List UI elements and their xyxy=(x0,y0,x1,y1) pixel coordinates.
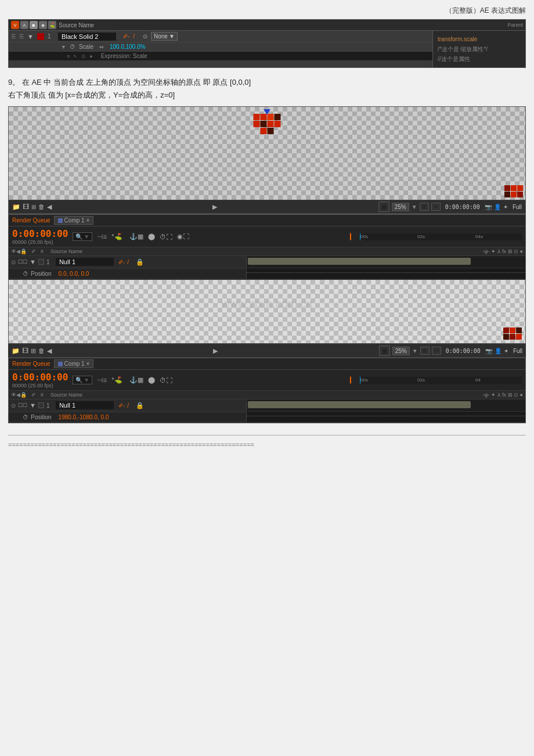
tl-control-2a[interactable]: ⊣≡ xyxy=(97,376,107,384)
annotation9: 9。 在 AE 中 当前合成 左上角的顶点 为空间坐标轴的原点 即 原点 [0,… xyxy=(8,76,526,102)
panel-header: V A ■ ◆ ⛳ Source Name Parent xyxy=(9,20,525,31)
zoom-dropdown-1b[interactable]: ▼ xyxy=(412,348,418,354)
expression-row: ≡ ↖ ⊙ ● Expression: Scale xyxy=(9,52,432,60)
tl-control-5[interactable]: ⏱⛶ xyxy=(160,233,172,240)
zoom-percent-1b[interactable]: 25% xyxy=(392,347,410,355)
panel-left: ☰ ☰ ▼ 1 Black Solid 2 ✐- / ⊙ None ▼ xyxy=(9,31,432,67)
comp-tab-1[interactable]: Comp 1 × xyxy=(54,216,94,225)
prop-timeline-2 xyxy=(247,416,525,416)
film-icon: 🎞 xyxy=(23,203,29,210)
zoom-percent-1[interactable]: 25% xyxy=(392,203,409,211)
full-label-1b: Full xyxy=(513,348,522,354)
edit-btn-1: ✐- xyxy=(118,259,125,265)
tl-indicator-2: ▎ xyxy=(350,377,355,383)
position-label-1: Position xyxy=(31,271,52,277)
comp-toolbar-1: 📁 🎞 ⊞ 🗑 ◀ ▶ ▣ 25% ▼ ⊞ ⇔ 0:00:00:00 📷 👤 ✦… xyxy=(9,200,525,214)
viewer-icon: ▣ xyxy=(378,201,389,212)
transform-comment1: transform.scale xyxy=(438,34,521,44)
timeline-panel-2: Render Queue Comp 1 × 0:00:00:00 00000 (… xyxy=(8,358,526,423)
timecode-display-1: 0:00:00:00 00000 (25.00 fps) xyxy=(12,228,68,245)
search-area-2[interactable]: 🔍 ▼ xyxy=(73,376,92,384)
tl-prop-left-1: ⏱ Position 0.0, 0.0, 0.0 xyxy=(9,269,247,278)
edit-icon: ✐- xyxy=(123,33,129,39)
tl-timecode-row-1: 0:00:00:00 00000 (25.00 fps) 🔍 ▼ ⊣≡ *⛳ ⚓… xyxy=(9,226,525,247)
grid-btn-1b: ⊞ xyxy=(420,347,430,355)
page-wrapper: （完整版）AE 表达式图解 V A ■ ◆ ⛳ Source Name Pare… xyxy=(0,0,534,459)
position-value-2: 1980.0,-1080.0, 0.0 xyxy=(59,414,109,420)
prev-icon-1b[interactable]: ◀ xyxy=(47,347,52,355)
stopwatch-icon-2: ⏱ xyxy=(23,414,28,420)
tl-prop-row-1: ⏱ Position 0.0, 0.0, 0.0 xyxy=(9,268,525,279)
folder-icon-1b: 📁 xyxy=(12,347,20,355)
icon-d: ⛳ xyxy=(48,21,56,29)
tl-control-6[interactable]: ◉⛶ xyxy=(177,233,189,240)
layer-name-null2: Null 1 xyxy=(56,401,114,409)
watermark-bottom-1: www.zixin.com.cn xyxy=(221,297,313,311)
grid-btn: ⊞ xyxy=(420,203,429,211)
edit-btn-2: ✐- xyxy=(118,402,125,409)
comp-color-1 xyxy=(58,218,63,223)
canvas-1: www.zixin.com.cn xyxy=(9,107,525,200)
eye-icon-2: ⊙ xyxy=(11,402,16,409)
tl-control-2b[interactable]: *⛳ xyxy=(111,376,122,384)
person-icon: 👤 xyxy=(494,204,501,210)
tl-control-2d[interactable]: ⬤ xyxy=(148,376,155,384)
slash-icon: / xyxy=(133,33,135,39)
expression-label: Expression: Scale xyxy=(101,53,147,59)
play-icon[interactable]: ▶ xyxy=(212,203,217,211)
layer-name: Black Solid 2 xyxy=(58,33,116,41)
lock-icon-2: 🔒 xyxy=(136,402,144,409)
dropdown-icon-1[interactable]: ▼ xyxy=(30,258,36,265)
layer-name-null1: Null 1 xyxy=(56,258,114,266)
layer-color-null2 xyxy=(38,402,44,408)
tl-layer-right-2 xyxy=(247,399,525,411)
camera-icon-1b: 📷 xyxy=(485,348,492,354)
ruler-mark-02s-1: 02s xyxy=(417,234,425,239)
tl-control-3[interactable]: ⚓▦ xyxy=(129,233,143,240)
comp-tab-2[interactable]: Comp 1 × xyxy=(54,359,94,368)
tl-ruler-area-1: 00s 02s 04s xyxy=(359,233,522,240)
tl-ruler-area-2: 00s 02s 04 xyxy=(359,377,522,384)
ruler-mark-04-2: 04 xyxy=(475,377,481,383)
tl-prop-right-2 xyxy=(247,412,525,422)
red-squares-bottom-1 xyxy=(503,327,522,340)
tl-control-2c[interactable]: ⚓▦ xyxy=(129,376,143,384)
position-label-2: Position xyxy=(31,414,52,420)
tl-control-2e[interactable]: ⏱⛶ xyxy=(160,377,172,384)
tl-control-4[interactable]: ⬤ xyxy=(148,233,155,240)
tl-control-1[interactable]: ⊣≡ xyxy=(97,233,107,241)
parent-label: Parent xyxy=(507,22,523,28)
slash-1: / xyxy=(127,259,129,265)
full-label-1: Full xyxy=(513,204,522,210)
transform-comment3: //这个是属性 xyxy=(438,54,521,64)
tl-timecode-row-2: 0:00:00:00 00000 (25.00 fps) 🔍 ▼ ⊣≡ *⛳ ⚓… xyxy=(9,370,525,391)
ae-scale-panel: V A ■ ◆ ⛳ Source Name Parent ☰ ☰ ▼ 1 Bla… xyxy=(8,19,526,68)
render-queue-label-1: Render Queue xyxy=(12,217,50,224)
tl-layer-left-2: ⊙ ☐☐ ▼ 1 Null 1 ✐- / 🔒 xyxy=(9,400,247,411)
tl-prop-right-1 xyxy=(247,268,525,279)
tl-layer-row-2: ⊙ ☐☐ ▼ 1 Null 1 ✐- / 🔒 xyxy=(9,399,525,412)
annotation9-line1: 9。 在 AE 中 当前合成 左上角的顶点 为空间坐标轴的原点 即 原点 [0,… xyxy=(8,76,526,89)
triangle-icon: ▼ xyxy=(27,33,34,40)
tl-prop-row-2: ⏱ Position 1980.0,-1080.0, 0.0 xyxy=(9,412,525,423)
timecode-1b: 0:00:00:00 xyxy=(446,348,481,354)
tl-control-2[interactable]: *⛳ xyxy=(111,233,122,240)
zoom-dropdown-1[interactable]: ▼ xyxy=(412,204,417,210)
annotation9-line2: 右下角顶点 值为 [x=合成的宽，Y=合成的高，z=0] xyxy=(8,89,526,102)
tl-header-1: Render Queue Comp 1 × xyxy=(9,215,525,226)
layer-bar-1 xyxy=(248,258,471,265)
layer-controls-row-2: ☐☐ xyxy=(18,402,27,408)
play-icon-1b[interactable]: ▶ xyxy=(213,347,218,355)
parent-dropdown[interactable]: None ▼ xyxy=(151,32,178,41)
prop-timeline-1 xyxy=(247,272,525,273)
search-area-1[interactable]: 🔍 ▼ xyxy=(73,232,92,241)
dropdown-icon-2[interactable]: ▼ xyxy=(30,402,36,409)
layer-number: 1 xyxy=(48,33,55,39)
tl-header-2: Render Queue Comp 1 × xyxy=(9,358,525,370)
prev-icon[interactable]: ◀ xyxy=(47,203,52,211)
panel-body: ☰ ☰ ▼ 1 Black Solid 2 ✐- / ⊙ None ▼ xyxy=(9,31,525,67)
playhead-2 xyxy=(360,377,360,384)
checker-bottom-1 xyxy=(9,280,525,343)
edit-col-2: ✐ xyxy=(31,392,36,398)
divider-section: ========================================… xyxy=(8,435,526,448)
